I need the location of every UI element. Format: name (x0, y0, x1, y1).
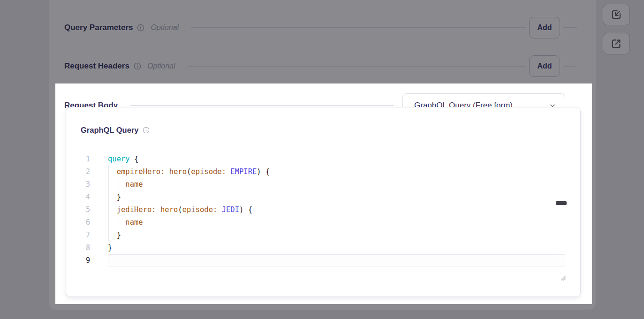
code-text: name (108, 216, 143, 229)
graphql-query-label: GraphQL Query (81, 126, 138, 135)
external-link-icon (610, 38, 622, 50)
query-parameters-label: Query Parameters (64, 23, 133, 32)
open-external-button[interactable] (603, 33, 630, 54)
dock-panel-button[interactable] (603, 4, 630, 25)
code-line[interactable]: 1query { (70, 153, 565, 166)
code-text: empireHero: hero(episode: EMPIRE) { (108, 166, 270, 178)
code-line[interactable]: 9 (70, 254, 565, 267)
line-number: 5 (70, 204, 90, 216)
optional-label: Optional (147, 62, 175, 70)
code-line[interactable]: 4 } (70, 191, 565, 204)
editor-resize-handle[interactable] (556, 201, 567, 205)
code-text: jediHero: hero(episode: JEDI) { (108, 204, 252, 216)
resize-grip-icon[interactable] (559, 274, 567, 281)
info-icon[interactable] (137, 24, 144, 31)
code-text: name (108, 178, 143, 191)
app-stage: Query Parameters Optional Add Request He… (0, 0, 644, 319)
line-number: 8 (70, 242, 90, 254)
line-number: 2 (70, 166, 90, 178)
code-text: } (108, 242, 112, 254)
request-headers-label: Request Headers (64, 61, 129, 71)
code-line[interactable]: 3 name (70, 178, 565, 191)
code-line[interactable]: 8} (70, 242, 565, 254)
divider (563, 66, 577, 67)
code-text: query { (108, 153, 138, 166)
code-line[interactable]: 7 } (70, 229, 565, 242)
divider (191, 27, 526, 28)
graphql-code-editor[interactable]: 1query {2 empireHero: hero(episode: EMPI… (70, 153, 565, 267)
line-number: 3 (70, 178, 90, 191)
info-icon[interactable] (143, 127, 150, 134)
request-headers-row: Request Headers Optional Add (64, 55, 577, 77)
divider (130, 105, 394, 106)
info-icon[interactable] (134, 62, 141, 70)
code-text: } (108, 229, 121, 242)
code-line[interactable]: 2 empireHero: hero(episode: EMPIRE) { (70, 166, 565, 178)
query-parameters-row: Query Parameters Optional Add (64, 17, 577, 38)
graphql-query-label-row: GraphQL Query (81, 126, 150, 135)
code-text: } (108, 191, 121, 204)
code-text (108, 254, 565, 266)
add-query-parameter-button[interactable]: Add (529, 17, 560, 38)
line-number: 1 (70, 153, 90, 166)
add-request-header-button[interactable]: Add (529, 55, 560, 77)
divider (187, 66, 526, 67)
line-number: 9 (70, 254, 90, 267)
optional-label: Optional (151, 23, 179, 32)
arrow-into-box-icon (610, 8, 622, 21)
line-number: 7 (70, 229, 90, 242)
line-number: 4 (70, 191, 90, 204)
divider (563, 27, 577, 28)
line-number: 6 (70, 216, 90, 229)
code-line[interactable]: 5 jediHero: hero(episode: JEDI) { (70, 204, 565, 216)
code-line[interactable]: 6 name (70, 216, 565, 229)
